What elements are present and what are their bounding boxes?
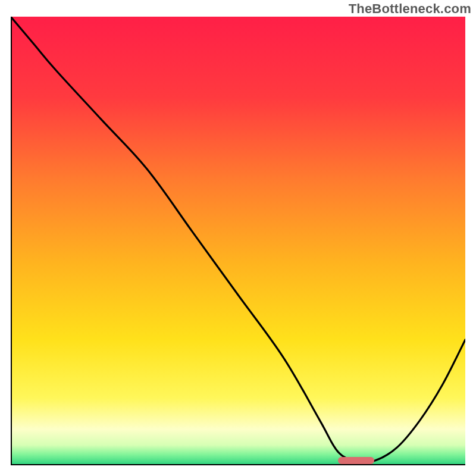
background-gradient [11,17,465,465]
watermark-text: TheBottleneck.com [349,1,471,17]
plot-area [11,17,465,465]
optimal-range-marker [338,457,374,464]
chart-root: { "watermark": "TheBottleneck.com", "col… [0,0,476,476]
svg-rect-0 [11,17,465,465]
